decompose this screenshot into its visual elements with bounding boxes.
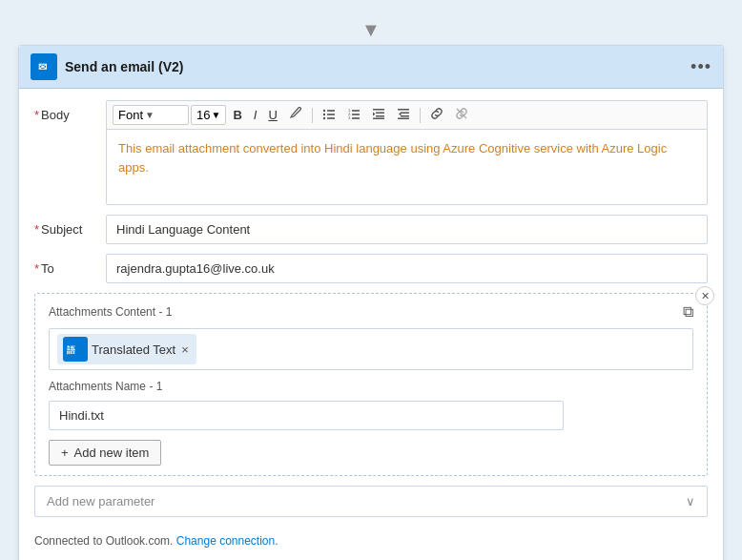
svg-rect-7 (327, 117, 335, 119)
size-dropdown-arrow: ▼ (211, 110, 220, 120)
attachments-content-header: Attachments Content - 1 ⧉ (49, 303, 693, 321)
font-size-selector[interactable]: 16 ▼ (191, 105, 226, 125)
underline-button[interactable]: U (263, 106, 281, 124)
header-left: ✉ Send an email (V2) (31, 53, 183, 80)
link-button[interactable] (425, 105, 448, 125)
more-options-button[interactable]: ••• (690, 57, 711, 77)
svg-rect-21 (398, 118, 409, 120)
bold-button[interactable]: B (228, 106, 246, 124)
svg-text:✉: ✉ (38, 61, 47, 73)
svg-text:語: 語 (67, 345, 76, 355)
change-connection-link[interactable]: Change connection. (176, 534, 278, 548)
svg-point-6 (323, 117, 325, 119)
translated-text-icon: 語 (63, 337, 88, 362)
unlink-button[interactable] (450, 105, 473, 125)
subject-label: *Subject (34, 215, 106, 237)
body-label: *Body (34, 100, 106, 122)
outdent-button[interactable] (392, 105, 415, 125)
svg-rect-19 (401, 113, 409, 114)
pen-button[interactable] (284, 105, 307, 125)
svg-rect-5 (327, 114, 335, 115)
to-input[interactable] (106, 254, 708, 283)
indent-button[interactable] (367, 105, 390, 125)
outlook-icon: ✉ (31, 53, 57, 80)
body-row: *Body Font ▼ 16 ▼ B I U (34, 100, 708, 205)
add-new-item-button[interactable]: + Add new item (49, 440, 161, 466)
svg-rect-20 (401, 115, 409, 117)
attachments-name-header: Attachments Name - 1 (49, 380, 693, 393)
bullet-list-button[interactable] (318, 105, 340, 125)
svg-rect-3 (327, 110, 335, 112)
svg-text:3.: 3. (348, 115, 351, 120)
attachments-name-input[interactable] (49, 401, 564, 430)
attachments-section: ✕ Attachments Content - 1 ⧉ 語 Translated… (34, 293, 708, 476)
email-card: ✉ Send an email (V2) ••• *Body Font ▼ (18, 45, 724, 560)
footer: Connected to Outlook.com. Change connect… (34, 529, 708, 553)
svg-rect-17 (373, 118, 384, 120)
attachments-name-label: Attachments Name - 1 (49, 380, 162, 393)
body-toolbar: Font ▼ 16 ▼ B I U (106, 100, 708, 129)
body-editor-wrap: Font ▼ 16 ▼ B I U (106, 100, 708, 205)
footer-text: Connected to Outlook.com. (34, 534, 173, 548)
svg-rect-9 (352, 110, 360, 112)
add-new-parameter-label: Add new parameter (47, 494, 155, 508)
translated-text-label: Translated Text (92, 342, 175, 357)
add-item-label: Add new item (74, 446, 150, 460)
subject-row: *Subject (34, 215, 708, 244)
svg-point-2 (323, 110, 325, 112)
svg-rect-16 (376, 115, 384, 117)
body-editor[interactable]: This email attachment converted into Hin… (106, 129, 708, 205)
attachments-name-section: Attachments Name - 1 (49, 380, 693, 430)
svg-rect-14 (373, 109, 384, 111)
translated-text-chip[interactable]: 語 Translated Text × (57, 334, 196, 364)
svg-rect-13 (352, 117, 360, 119)
attachments-content-label: Attachments Content - 1 (49, 305, 172, 319)
copy-button[interactable]: ⧉ (683, 303, 693, 321)
svg-point-4 (323, 114, 325, 115)
toolbar-divider-2 (420, 108, 421, 123)
tag-close-button[interactable]: × (179, 342, 191, 357)
top-arrow-indicator: ▼ (18, 19, 724, 41)
add-new-parameter-dropdown[interactable]: Add new parameter ∨ (34, 486, 708, 517)
body-content-text: This email attachment converted into Hin… (118, 141, 667, 175)
to-input-wrap (106, 254, 708, 283)
header-title: Send an email (V2) (65, 59, 183, 74)
italic-button[interactable]: I (249, 106, 262, 124)
attachments-content-value[interactable]: 語 Translated Text × (49, 328, 693, 370)
font-dropdown-arrow: ▼ (145, 110, 155, 120)
to-label: *To (34, 254, 106, 276)
card-header: ✉ Send an email (V2) ••• (19, 46, 723, 89)
subject-input-wrap (106, 215, 708, 244)
svg-rect-18 (398, 109, 409, 111)
font-selector[interactable]: Font ▼ (113, 105, 189, 125)
svg-rect-11 (352, 114, 360, 115)
num-list-button[interactable]: 1.2.3. (342, 105, 365, 125)
subject-input[interactable] (106, 215, 708, 244)
toolbar-divider-1 (312, 108, 313, 123)
to-row: *To (34, 254, 708, 283)
add-item-plus-icon: + (61, 446, 69, 460)
card-body: *Body Font ▼ 16 ▼ B I U (19, 89, 723, 560)
param-dropdown-arrow: ∨ (686, 494, 695, 508)
attachments-close-button[interactable]: ✕ (695, 286, 714, 305)
svg-rect-15 (376, 113, 384, 114)
